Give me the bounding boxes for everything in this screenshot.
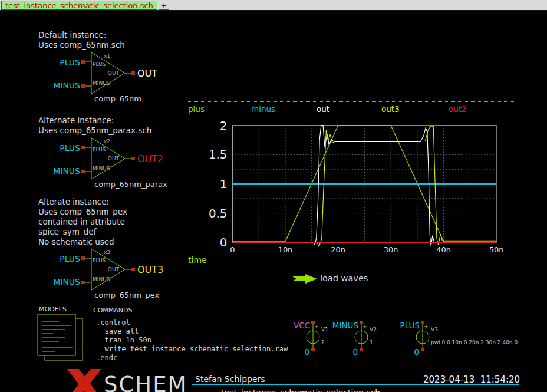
net-label-out[interactable]: OUT — [137, 68, 157, 79]
pin-square-icon[interactable] — [81, 256, 85, 260]
svg-text:30n: 30n — [384, 245, 398, 254]
pin-square-icon[interactable] — [131, 268, 135, 271]
xschem-window: test_instance_schematic_selection.sch + … — [0, 0, 547, 392]
instance2-description: Alternate instance:Uses comp_65nm_parax.… — [38, 116, 151, 136]
models-document-icon[interactable] — [35, 313, 90, 364]
svg-text:1.5: 1.5 — [209, 148, 228, 162]
legend-plus: plus — [188, 104, 205, 114]
x-axis-label: time — [188, 255, 207, 265]
symbol-name: comp_65nm_pex — [94, 291, 159, 299]
svg-text:2: 2 — [220, 119, 228, 133]
pin-name-minus: MINUS — [93, 166, 110, 172]
pin-name-plus: PLUS — [93, 258, 106, 263]
pin-square-icon[interactable] — [421, 321, 424, 324]
net-label-plus[interactable]: PLUS — [400, 321, 420, 330]
pin-square-icon[interactable] — [360, 321, 363, 324]
pin-square-icon[interactable] — [81, 60, 85, 64]
symbol-name: comp_65nm — [94, 94, 141, 103]
vsource-v3[interactable]: PLUS 0 V3 pwl 0 0 10n 0 20n 2 30n 2 40n … — [402, 320, 547, 357]
pin-square-icon[interactable] — [81, 84, 85, 88]
pin-square-icon[interactable] — [421, 348, 424, 351]
svg-text:10n: 10n — [278, 245, 293, 254]
pin-name-plus: PLUS — [93, 61, 106, 67]
comparator-symbol-x2[interactable]: PLUS PLUS MINUS MINUS x2 OUT OUT2 comp_6… — [53, 134, 183, 190]
waveform-plot[interactable]: 010n20n30n40n50n00.511.52 — [186, 102, 513, 265]
author-name: Stefan Schippers — [195, 374, 265, 384]
legend-out3: out3 — [381, 104, 400, 114]
pin-square-icon[interactable] — [81, 281, 85, 284]
pin-square-icon[interactable] — [81, 170, 85, 173]
net-label-gnd[interactable]: 0 — [304, 347, 309, 357]
net-label-minus[interactable]: MINUS — [332, 321, 358, 330]
designator: V1 — [321, 327, 328, 332]
pin-name-out: OUT — [108, 156, 120, 162]
net-label-vcc[interactable]: VCC — [294, 321, 310, 330]
net-label-out[interactable]: OUT2 — [137, 153, 163, 164]
load-waves-launcher[interactable]: load waves — [320, 274, 368, 283]
designator: x1 — [104, 53, 110, 59]
net-label-minus[interactable]: MINUS — [53, 81, 80, 90]
tab-bar: test_instance_schematic_selection.sch + — [0, 0, 547, 11]
tab-title: test_instance_schematic_selection.sch — [5, 1, 153, 10]
net-label-gnd[interactable]: 0 — [352, 347, 358, 357]
commands-label: COMMANDS — [93, 307, 133, 314]
pin-square-icon[interactable] — [311, 321, 315, 324]
new-tab-button[interactable]: + — [159, 1, 169, 10]
pin-name-plus: PLUS — [93, 147, 106, 153]
svg-text:0: 0 — [230, 245, 235, 254]
legend-minus: minus — [251, 104, 275, 114]
pin-square-icon[interactable] — [360, 348, 363, 351]
net-label-minus[interactable]: MINUS — [53, 277, 80, 286]
models-label: MODELS — [39, 305, 67, 313]
timestamp: 2023-04-13 11:54:20 — [423, 374, 520, 385]
net-label-plus[interactable]: PLUS — [60, 58, 80, 67]
instance1-description: Default instance:Uses comp_65nm.sch — [38, 30, 125, 50]
designator: V2 — [370, 327, 377, 332]
svg-text:40n: 40n — [436, 245, 451, 254]
symbol-name: comp_65nm_parax — [94, 180, 167, 189]
pin-name-out: OUT — [108, 266, 120, 272]
xschem-logo-text: SCHEM — [104, 373, 187, 392]
svg-text:1: 1 — [220, 177, 228, 191]
net-label-plus[interactable]: PLUS — [60, 143, 80, 153]
pin-square-icon[interactable] — [131, 157, 135, 160]
designator: x2 — [104, 139, 110, 144]
svg-text:20n: 20n — [331, 245, 345, 254]
net-label-out[interactable]: OUT3 — [137, 264, 163, 275]
pin-name-minus: MINUS — [93, 80, 110, 86]
pin-square-icon[interactable] — [311, 348, 315, 351]
net-label-plus[interactable]: PLUS — [60, 254, 80, 263]
pin-square-icon[interactable] — [81, 146, 85, 149]
net-label-minus[interactable]: MINUS — [53, 166, 80, 176]
pin-name-out: OUT — [108, 70, 120, 76]
legend-out: out — [317, 104, 329, 114]
waveform-graph[interactable]: 010n20n30n40n50n00.511.52 plusminusoutou… — [186, 101, 515, 266]
net-label-gnd[interactable]: 0 — [414, 347, 419, 357]
svg-text:0: 0 — [220, 236, 228, 249]
comparator-symbol-x1[interactable]: PLUS PLUS MINUS MINUS x1 OUT OUT comp_65… — [53, 49, 183, 104]
pin-name-minus: MINUS — [93, 276, 110, 282]
svg-text:50n: 50n — [489, 245, 504, 254]
schematic-canvas[interactable]: Default instance:Uses comp_65nm.sch Alte… — [0, 11, 547, 392]
comparator-symbol-x3[interactable]: PLUS PLUS MINUS MINUS x3 OUT OUT3 comp_6… — [53, 245, 183, 301]
source-value: pwl 0 0 10n 0 20n 2 30n 2 40n 0 — [431, 340, 518, 345]
spice-commands-text[interactable]: .control save all tran 1n 50n write test… — [96, 318, 288, 363]
titleblock-line — [34, 384, 61, 384]
source-value: 2 — [321, 340, 325, 345]
schematic-filename: test_instance_schematic_selection.sch — [221, 388, 380, 392]
designator: x3 — [104, 249, 110, 255]
instance3-description: Alterate instance:Uses comp_65nm_pexcont… — [38, 197, 127, 247]
svg-text:0.5: 0.5 — [209, 207, 228, 220]
launcher-arrow-icon[interactable] — [291, 274, 318, 284]
source-value: 1 — [370, 340, 373, 345]
pin-square-icon[interactable] — [131, 71, 135, 75]
xschem-logo-x-icon — [64, 369, 104, 392]
designator: V3 — [431, 327, 438, 332]
legend-out2: out2 — [449, 104, 467, 114]
tab-active[interactable]: test_instance_schematic_selection.sch — [1, 1, 157, 10]
